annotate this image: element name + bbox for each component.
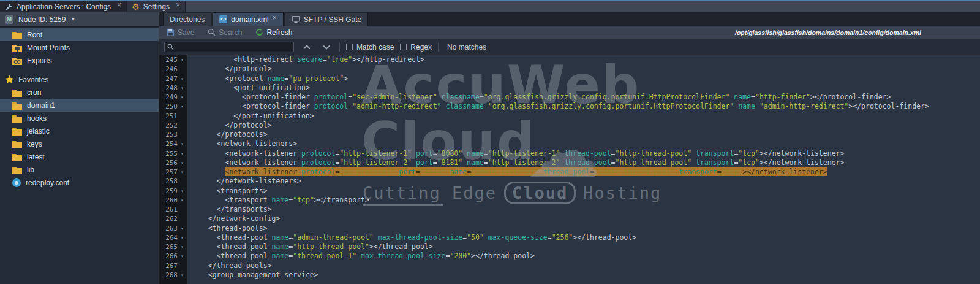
fold-arrow-icon[interactable]: ▾ (178, 83, 187, 93)
code-text[interactable]: </protocol> (187, 64, 980, 74)
code-text[interactable]: <network-listener protocol="pu-protocol"… (187, 167, 980, 177)
code-line[interactable]: 250▾ <protocol-finder protocol="admin-ht… (159, 102, 980, 111)
tree-item-keys[interactable]: keys (0, 137, 159, 150)
code-line[interactable]: 248▾ <port-unification> (159, 83, 980, 93)
code-line[interactable]: 265▾ <thread-pool name="http-thread-pool… (159, 242, 980, 251)
window-tab-configs[interactable]: Application Servers : Configs × (0, 1, 127, 12)
code-line[interactable]: 267 </thread-pools> (159, 261, 980, 271)
code-text[interactable]: <transport name="tcp"></transport> (187, 196, 980, 205)
search-status: No matches (447, 43, 486, 52)
tree-item-latest[interactable]: latest (0, 150, 159, 163)
code-line[interactable]: 256▾ <network-listener protocol="http-li… (159, 158, 980, 167)
tab-sftp-ssh-gate[interactable]: SFTP / SSH Gate (285, 13, 368, 26)
save-button[interactable]: Save (167, 28, 194, 37)
match-case-option[interactable]: Match case (346, 43, 394, 52)
find-previous-button[interactable] (300, 42, 314, 52)
code-line[interactable]: 245▾ <http-redirect secure="true"></http… (159, 55, 980, 64)
code-text[interactable]: <http-redirect secure="true"></http-redi… (187, 55, 980, 64)
search-button[interactable]: Search (208, 28, 242, 37)
fold-arrow-icon[interactable]: ▾ (178, 158, 187, 167)
code-text[interactable]: <thread-pool name="thread-pool-1" max-th… (187, 251, 980, 261)
gear-icon: ⚙ (132, 2, 140, 11)
code-line[interactable]: 258 </network-listeners> (159, 177, 980, 186)
code-line[interactable]: 246 </protocol> (159, 64, 980, 74)
code-line[interactable]: 262 </network-config> (159, 214, 980, 223)
code-line[interactable]: 247▾ <protocol name="pu-protocol"> (159, 74, 980, 83)
close-icon[interactable]: × (273, 13, 277, 22)
code-editor[interactable]: 245▾ <http-redirect secure="true"></http… (159, 55, 980, 284)
code-text[interactable]: </network-listeners> (187, 177, 980, 186)
fold-arrow-icon[interactable]: ▾ (178, 271, 187, 280)
code-text[interactable]: </protocols> (187, 130, 980, 139)
node-selector[interactable]: M Node ID: 5259 ▼ (0, 12, 159, 27)
code-text[interactable]: <thread-pool name="admin-thread-pool" ma… (187, 233, 980, 242)
fold-arrow-icon[interactable]: ▾ (178, 102, 187, 111)
regex-checkbox[interactable] (400, 44, 407, 50)
fold-arrow-icon[interactable]: ▾ (178, 74, 187, 83)
code-line[interactable]: 260▾ <transport name="tcp"></transport> (159, 196, 980, 205)
code-text[interactable]: </transports> (187, 205, 980, 214)
tree-item-jelastic[interactable]: jelastic (0, 125, 159, 137)
code-line[interactable]: 257▾ <network-listener protocol="pu-prot… (159, 167, 980, 177)
code-text[interactable]: <thread-pool name="http-thread-pool"></t… (187, 242, 980, 251)
highlighted-line[interactable]: <network-listener protocol="pu-protocol"… (225, 167, 827, 176)
find-next-button[interactable] (320, 42, 333, 52)
code-line[interactable]: 264▾ <thread-pool name="admin-thread-poo… (159, 233, 980, 242)
code-line[interactable]: 263▾ <thread-pools> (159, 224, 980, 233)
close-icon[interactable]: × (176, 1, 180, 9)
code-text[interactable]: <protocol-finder protocol="admin-http-re… (187, 102, 980, 111)
code-line[interactable]: 249▾ <protocol-finder protocol="sec-admi… (159, 93, 980, 102)
code-text[interactable]: <network-listeners> (187, 139, 980, 148)
code-line[interactable]: 253 </protocols> (159, 130, 980, 139)
tree-item-root[interactable]: Root (0, 28, 159, 41)
code-text[interactable]: <port-unification> (187, 83, 980, 93)
fold-arrow-icon[interactable]: ▾ (178, 186, 187, 196)
code-text[interactable]: <network-listener protocol="http-listene… (187, 149, 980, 158)
code-text[interactable]: <protocol name="pu-protocol"> (187, 74, 980, 83)
code-line[interactable]: 268▾ <group-management-service> (159, 271, 980, 280)
code-text[interactable]: <network-listener protocol="http-listene… (187, 158, 980, 167)
code-text[interactable]: <protocol-finder protocol="sec-admin-lis… (187, 93, 980, 102)
code-text[interactable]: <thread-pools> (187, 224, 980, 233)
tab-domain-xml[interactable]: <> domain.xml × (213, 12, 283, 26)
code-text[interactable]: </network-config> (187, 214, 980, 223)
code-text[interactable]: </thread-pools> (187, 261, 980, 271)
fold-arrow-icon[interactable]: ▾ (178, 139, 187, 148)
window-tab-settings[interactable]: ⚙ Settings × (127, 1, 186, 12)
wrench-icon (5, 3, 13, 11)
match-case-checkbox[interactable] (346, 44, 353, 50)
code-text[interactable]: <transports> (187, 186, 980, 196)
fold-arrow-icon[interactable]: ▾ (178, 251, 187, 261)
code-text[interactable]: </protocol> (187, 121, 980, 130)
tree-item-mount-points[interactable]: Mount Points (0, 41, 159, 54)
fold-arrow-icon[interactable]: ▾ (178, 93, 187, 102)
regex-option[interactable]: Regex (400, 43, 432, 52)
tree-item-cron[interactable]: cron (0, 86, 159, 99)
code-line[interactable]: 254▾ <network-listeners> (159, 139, 980, 148)
fold-arrow-icon[interactable]: ▾ (178, 149, 187, 158)
code-line[interactable]: 255▾ <network-listener protocol="http-li… (159, 149, 980, 158)
tree-item-redeploy-conf[interactable]: redeploy.conf (0, 176, 159, 189)
refresh-button[interactable]: Refresh (255, 28, 292, 37)
tree-item-lib[interactable]: lib (0, 163, 159, 176)
line-number: 262 (159, 214, 178, 223)
fold-arrow-icon[interactable]: ▾ (178, 224, 187, 233)
code-line[interactable]: 251 </port-unification> (159, 112, 980, 121)
code-line[interactable]: 259▾ <transports> (159, 186, 980, 196)
code-text[interactable]: </port-unification> (187, 112, 980, 121)
code-line[interactable]: 252 </protocol> (159, 121, 980, 130)
fold-arrow-icon[interactable]: ▾ (178, 196, 187, 205)
code-text[interactable]: <group-management-service> (187, 271, 980, 280)
tab-directories[interactable]: Directories (163, 13, 211, 26)
fold-arrow-icon[interactable]: ▾ (178, 55, 187, 64)
tree-item-domain1[interactable]: domain1 (0, 99, 159, 112)
fold-arrow-icon[interactable]: ▾ (178, 233, 187, 242)
fold-arrow-icon[interactable]: ▾ (178, 242, 187, 251)
tree-item-exports[interactable]: Exports (0, 54, 159, 67)
find-input[interactable] (176, 44, 291, 51)
tree-item-hooks[interactable]: hooks (0, 112, 159, 125)
close-icon[interactable]: × (117, 1, 121, 9)
code-line[interactable]: 261 </transports> (159, 205, 980, 214)
fold-arrow-icon[interactable]: ▾ (178, 167, 187, 177)
code-line[interactable]: 266▾ <thread-pool name="thread-pool-1" m… (159, 251, 980, 261)
